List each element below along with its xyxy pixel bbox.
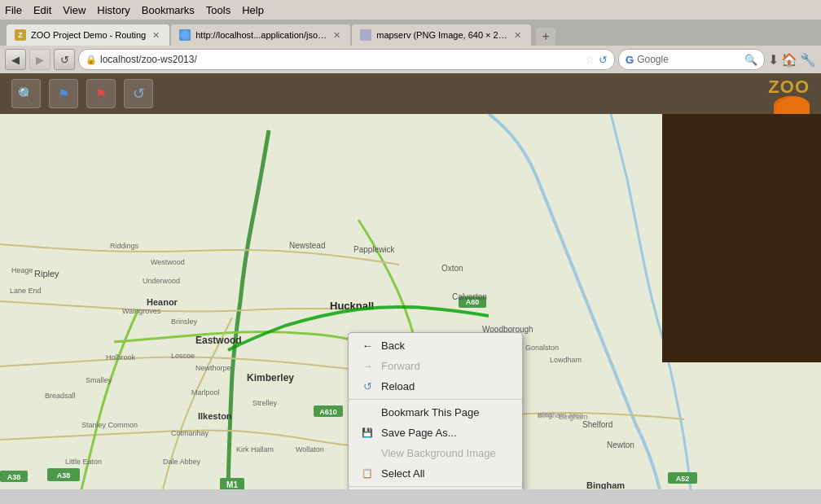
nav-right-buttons: ⬇ 🏠 🔧 (768, 52, 816, 68)
forward-button[interactable]: ▶ (29, 49, 50, 70)
address-bar[interactable]: 🔒 localhost/zoo-ws2013/ ☆ ↺ (78, 49, 615, 70)
svg-text:Kimberley: Kimberley (247, 372, 294, 383)
back-label: Back (381, 340, 511, 352)
svg-text:Ilkeston: Ilkeston (198, 411, 232, 421)
svg-text:Smalley: Smalley (86, 376, 112, 384)
search-tool-icon: 🔍 (18, 86, 34, 102)
svg-text:Dale Abbey: Dale Abbey (163, 458, 201, 466)
svg-text:Cotmanhay: Cotmanhay (171, 429, 209, 437)
context-menu-select-all[interactable]: 📋 Select All (349, 463, 522, 484)
zoo-logo: ZOO (768, 77, 810, 98)
tab-favicon-zoo: Z (15, 29, 26, 41)
bookmark-star-icon[interactable]: ☆ (585, 53, 595, 66)
download-button[interactable]: ⬇ (768, 52, 779, 68)
map-container: A38 A61 A6 A52 M1 A610 A60 A52 A38 Riple… (0, 114, 821, 489)
bookmark-label: Bookmark This Page (381, 406, 511, 419)
svg-text:Riddings: Riddings (110, 242, 139, 250)
svg-text:M1: M1 (226, 480, 238, 489)
search-bar[interactable]: G Google 🔍 (618, 49, 765, 70)
svg-text:Little Eaton: Little Eaton (65, 458, 102, 466)
select-all-label: Select All (381, 467, 511, 480)
tab-json[interactable]: http://localhost...application/json ... … (171, 24, 350, 46)
svg-text:Newstead: Newstead (289, 241, 325, 250)
reload-icon: ↺ (360, 381, 375, 392)
tab-title-zoo: ZOO Project Demo - Routing (31, 30, 146, 40)
tab-favicon-mapserv (360, 29, 371, 41)
svg-text:area →: area → (538, 410, 562, 419)
google-logo: G (626, 54, 634, 66)
svg-text:Waingroves: Waingroves (122, 307, 161, 315)
svg-text:Loscoe: Loscoe (171, 352, 195, 360)
svg-text:Newton: Newton (607, 440, 634, 449)
svg-text:Bingham: Bingham (559, 413, 588, 421)
save-icon: 💾 (360, 427, 375, 439)
svg-text:Lowdham: Lowdham (550, 356, 582, 364)
refresh-tool-button[interactable]: ↺ (124, 79, 153, 108)
bg-image-icon (360, 448, 375, 459)
svg-text:Underwood: Underwood (143, 277, 180, 285)
bookmark-icon (360, 407, 375, 419)
menu-edit[interactable]: Edit (33, 4, 51, 16)
menu-file[interactable]: File (5, 4, 22, 16)
blue-flag-button[interactable]: ⚑ (49, 79, 78, 108)
svg-text:Breadsall: Breadsall (45, 392, 76, 400)
select-all-icon: 📋 (360, 468, 375, 480)
back-button[interactable]: ◀ (5, 49, 26, 70)
context-menu-forward: → Forward (349, 356, 522, 376)
identity-button[interactable]: ↺ (599, 54, 608, 66)
nav-bar: ◀ ▶ ↺ 🔒 localhost/zoo-ws2013/ ☆ ↺ G Goog… (0, 46, 821, 73)
svg-text:A52: A52 (676, 475, 690, 483)
red-flag-button[interactable]: ⚑ (86, 79, 116, 108)
red-flag-icon: ⚑ (95, 86, 107, 102)
tab-zoo-project[interactable]: Z ZOO Project Demo - Routing ✕ (7, 24, 169, 46)
tab-title-json: http://localhost...application/json ... (195, 30, 327, 40)
svg-text:A38: A38 (7, 473, 21, 481)
tab-close-mapserv[interactable]: ✕ (512, 30, 523, 41)
context-menu-back[interactable]: ← Back (349, 335, 522, 356)
browser-chrome: File Edit View History Bookmarks Tools H… (0, 0, 821, 114)
svg-text:Stanley Common: Stanley Common (81, 421, 138, 429)
menu-history[interactable]: History (97, 4, 130, 16)
new-tab-button[interactable]: + (536, 28, 555, 46)
address-security-icon: 🔒 (86, 55, 97, 65)
svg-text:A610: A610 (319, 408, 337, 416)
context-menu-reload[interactable]: ↺ Reload (349, 376, 522, 397)
save-label: Save Page As... (381, 427, 511, 439)
menu-bar: File Edit View History Bookmarks Tools H… (0, 0, 821, 20)
svg-text:Oxton: Oxton (441, 264, 463, 273)
svg-text:Lane End: Lane End (10, 287, 42, 295)
context-separator-1 (349, 399, 522, 400)
svg-text:Marlpool: Marlpool (191, 388, 220, 397)
menu-help[interactable]: Help (242, 4, 264, 16)
refresh-tool-icon: ↺ (133, 85, 145, 103)
search-submit-icon[interactable]: 🔍 (744, 54, 757, 66)
tab-close-json[interactable]: ✕ (331, 30, 342, 41)
forward-label: Forward (381, 360, 511, 372)
address-right-controls: ☆ ↺ (585, 53, 608, 66)
back-arrow-icon: ← (360, 340, 375, 352)
reload-button[interactable]: ↺ (54, 49, 75, 70)
context-separator-2 (349, 486, 522, 487)
bg-image-label: View Background Image (381, 447, 511, 459)
svg-text:Brinsley: Brinsley (171, 318, 198, 326)
svg-text:Shelford: Shelford (582, 420, 612, 429)
menu-tools[interactable]: Tools (206, 4, 230, 16)
svg-text:Strelley: Strelley (252, 399, 278, 407)
context-menu-save[interactable]: 💾 Save Page As... (349, 423, 522, 443)
search-tool-button[interactable]: 🔍 (11, 79, 41, 108)
tab-favicon-json (179, 29, 191, 41)
home-button[interactable]: 🏠 (781, 52, 797, 68)
tab-mapserv[interactable]: mapserv (PNG Image, 640 × 276 ... ✕ (352, 24, 531, 46)
svg-text:Wollaton: Wollaton (296, 445, 324, 454)
svg-text:Holbrook: Holbrook (106, 353, 136, 362)
svg-text:Gonalston: Gonalston (525, 344, 559, 352)
menu-bookmarks[interactable]: Bookmarks (142, 4, 195, 16)
menu-view[interactable]: View (63, 4, 86, 16)
addon-button[interactable]: 🔧 (800, 52, 816, 68)
tab-close-zoo[interactable]: ✕ (151, 30, 161, 41)
svg-text:Ripley: Ripley (34, 269, 59, 278)
svg-text:Westwood: Westwood (151, 258, 185, 266)
svg-text:Kirk Hallam: Kirk Hallam (236, 445, 274, 454)
context-menu-bg-image: View Background Image (349, 443, 522, 463)
context-menu-bookmark[interactable]: Bookmark This Page (349, 402, 522, 423)
